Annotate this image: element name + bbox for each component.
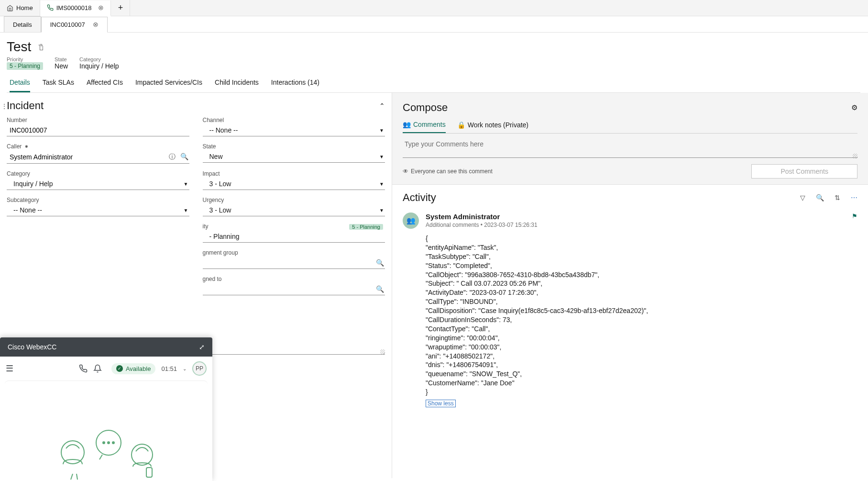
incident-section-title: Incident <box>7 100 44 112</box>
assignment-group-input[interactable] <box>206 259 376 267</box>
svg-point-2 <box>103 442 105 444</box>
caller-label: Caller <box>7 143 189 150</box>
assignment-group-label-partial: gnment group <box>203 249 385 256</box>
tab-record[interactable]: IMS0000018 ⊗ <box>40 0 111 16</box>
subcategory-select[interactable]: -- None -- ▼ <box>7 204 189 216</box>
caller-input[interactable] <box>10 153 169 161</box>
category-label: Category <box>79 56 119 62</box>
chevron-down-icon: ▼ <box>184 181 188 187</box>
visibility-note: 👁 Everyone can see this comment <box>403 168 493 175</box>
drag-handle-icon[interactable]: ⋮ <box>1 102 8 110</box>
assigned-to-input[interactable] <box>206 285 376 293</box>
webex-illustration <box>5 380 208 478</box>
sec-tab-incident[interactable]: INC0010007 ⊗ <box>41 17 108 33</box>
state-select[interactable]: New ▼ <box>203 151 385 163</box>
activity-item: 👥 System Administrator Additional commen… <box>403 213 857 407</box>
eye-icon: 👁 <box>403 168 408 175</box>
search-icon[interactable]: 🔍 <box>816 194 824 201</box>
priority-label: Priority <box>7 56 43 62</box>
search-icon[interactable]: 🔍 <box>180 153 188 161</box>
more-icon[interactable]: ⋯ <box>851 194 857 201</box>
chevron-down-icon[interactable]: ⌄ <box>183 366 187 371</box>
impact-select[interactable]: 3 - Low ▼ <box>203 178 385 190</box>
compose-tab-worknotes[interactable]: 🔒 Work notes (Private) <box>457 121 528 133</box>
priority-badge: 5 - Planning <box>7 62 43 70</box>
bell-icon[interactable] <box>93 364 102 373</box>
chevron-down-icon: ▼ <box>379 128 384 133</box>
chevron-down-icon: ▼ <box>379 154 384 159</box>
activity-body: { "entityApiName": "Task", "TaskSubtype"… <box>426 234 857 397</box>
top-tab-bar: Home IMS0000018 ⊗ + <box>0 0 868 16</box>
chevron-down-icon: ▼ <box>379 208 384 213</box>
webex-title: Cisco WebexCC <box>8 343 56 351</box>
search-icon[interactable]: 🔍 <box>376 285 384 293</box>
new-tab-button[interactable]: + <box>111 0 130 16</box>
tab-impacted-services[interactable]: Impacted Services/CIs <box>135 78 202 92</box>
tab-task-slas[interactable]: Task SLAs <box>43 78 74 92</box>
number-label: Number <box>7 117 189 123</box>
status-pill[interactable]: ✓ Available <box>111 363 156 374</box>
filter-icon[interactable]: ▽ <box>800 194 805 201</box>
right-pane: Compose ⚙ 👥 Comments 🔒 Work notes (Priva… <box>392 93 868 478</box>
compose-textarea[interactable] <box>403 138 857 158</box>
tag-icon[interactable]: 🏷 <box>37 44 45 51</box>
phone-icon[interactable] <box>79 364 88 373</box>
info-icon[interactable]: ⓘ <box>169 153 176 161</box>
people-icon: 👥 <box>403 121 411 128</box>
content-tab-bar: Details Task SLAs Affected CIs Impacted … <box>7 78 860 93</box>
page-title: Test <box>7 39 31 55</box>
channel-label: Channel <box>203 117 385 123</box>
number-input[interactable] <box>10 126 188 134</box>
phone-icon <box>47 4 54 11</box>
incident-form: Number Channel -- None -- ▼ Caller <box>7 117 385 357</box>
close-icon[interactable]: ⊗ <box>98 4 104 11</box>
user-avatar[interactable]: PP <box>192 361 207 376</box>
tab-child-incidents[interactable]: Child Incidents <box>215 78 259 92</box>
activity-author: System Administrator <box>426 213 538 221</box>
webex-toolbar: ☰ ✓ Available 01:51 ⌄ PP <box>0 357 212 380</box>
post-comments-button[interactable]: Post Comments <box>751 164 857 179</box>
home-icon <box>7 5 13 11</box>
tab-interactions[interactable]: Interactions (14) <box>271 78 319 92</box>
svg-point-3 <box>108 442 110 444</box>
sort-icon[interactable]: ⇅ <box>835 194 840 201</box>
settings-icon[interactable]: ⚙ <box>851 103 857 112</box>
chevron-down-icon: ▼ <box>379 181 384 187</box>
menu-icon[interactable]: ☰ <box>6 363 13 374</box>
state-label: State <box>55 56 68 62</box>
secondary-tab-bar: Details INC0010007 ⊗ <box>0 16 868 33</box>
svg-rect-6 <box>146 468 152 477</box>
channel-select[interactable]: -- None -- ▼ <box>203 124 385 136</box>
assigned-to-label-partial: gned to <box>203 276 385 282</box>
tab-details[interactable]: Details <box>10 78 30 92</box>
sec-tab-details[interactable]: Details <box>4 16 41 32</box>
category-select[interactable]: Inquiry / Help ▼ <box>7 178 189 190</box>
page-header: Test 🏷 Priority 5 - Planning State New C… <box>0 33 868 93</box>
subcategory-label: Subcategory <box>7 197 189 203</box>
webex-widget: Cisco WebexCC ⤢ ☰ ✓ Available 01:51 ⌄ PP <box>0 337 212 478</box>
chevron-up-icon[interactable]: ⌃ <box>379 102 385 110</box>
resize-handle-icon[interactable] <box>380 349 385 354</box>
show-less-link[interactable]: Show less <box>426 400 456 407</box>
close-icon[interactable]: ⊗ <box>93 21 99 28</box>
status-dot-icon: ✓ <box>116 365 123 372</box>
urgency-select[interactable]: 3 - Low ▼ <box>203 204 385 216</box>
category-label: Category <box>7 170 189 177</box>
impact-label: Impact <box>203 170 385 177</box>
webex-header[interactable]: Cisco WebexCC ⤢ <box>0 337 212 357</box>
compose-tab-comments[interactable]: 👥 Comments <box>403 121 446 133</box>
activity-avatar: 👥 <box>403 213 419 229</box>
tab-affected-cis[interactable]: Affected CIs <box>87 78 123 92</box>
chevron-down-icon: ▼ <box>184 208 188 213</box>
tab-home[interactable]: Home <box>0 0 40 16</box>
priority-badge-inline: 5 - Planning <box>349 224 383 230</box>
search-icon[interactable]: 🔍 <box>376 259 384 267</box>
activity-section: Activity ▽ 🔍 ⇅ ⋯ 👥 System Administrator … <box>392 185 868 478</box>
state-label: State <box>203 143 385 150</box>
category-value: Inquiry / Help <box>79 62 119 70</box>
activity-meta: Additional comments • 2023-03-07 15:26:3… <box>426 222 538 228</box>
tab-home-label: Home <box>16 4 33 11</box>
state-value: New <box>55 62 68 70</box>
flag-icon[interactable]: ⚑ <box>852 213 857 220</box>
expand-icon[interactable]: ⤢ <box>199 343 205 351</box>
